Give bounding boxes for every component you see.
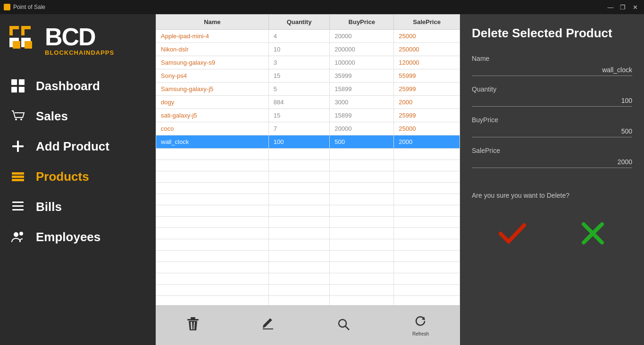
logo-blockchain: BLOCKCHAINDAPPS [45, 49, 114, 56]
cell-name: Samsung-galaxy-j5 [156, 83, 269, 96]
cell-quantity: 15 [268, 109, 330, 122]
refresh-label: Refresh [412, 331, 429, 337]
svg-rect-11 [19, 87, 25, 93]
cell-empty [156, 160, 269, 171]
table-row[interactable]: coco72000025000 [156, 122, 460, 135]
delete-button[interactable] [177, 313, 209, 338]
cell-empty [268, 239, 330, 251]
table-scroll[interactable]: Name Quantity BuyPrice SalePrice Apple-i… [156, 14, 460, 305]
sidebar-item-bills[interactable]: Bills [0, 192, 156, 222]
employees-icon [9, 228, 26, 245]
table-row-empty [156, 239, 460, 251]
cell-empty [330, 217, 394, 228]
cell-empty [330, 296, 394, 306]
cell-quantity: 4 [268, 30, 330, 43]
table-row[interactable]: Samsung-galaxy-s93100000120000 [156, 56, 460, 69]
sidebar-label-sales: Sales [36, 109, 68, 124]
table-row[interactable]: sati-galaxy-j5151589925999 [156, 109, 460, 122]
svg-point-13 [20, 118, 22, 120]
sidebar-item-dashboard[interactable]: Dashboard [0, 71, 156, 101]
sidebar-label-bills: Bills [36, 200, 62, 214]
cell-empty [330, 228, 394, 239]
cell-empty [394, 273, 460, 285]
cell-empty [330, 205, 394, 217]
minimize-button[interactable]: — [605, 2, 616, 12]
col-buy-price: BuyPrice [330, 15, 394, 30]
svg-rect-9 [19, 79, 25, 85]
svg-point-12 [15, 118, 17, 120]
table-row-empty [156, 205, 460, 217]
cell-empty [394, 262, 460, 273]
maximize-button[interactable]: ❐ [618, 2, 628, 12]
cell-empty [268, 273, 330, 285]
table-row[interactable]: wall_clock1005002000 [156, 135, 460, 149]
search-button[interactable] [327, 314, 360, 337]
cell-buy-price: 15899 [330, 109, 394, 122]
logo-area: BCD BLOCKCHAINDAPPS [0, 14, 156, 61]
cell-empty [156, 285, 269, 296]
content-area: Name Quantity BuyPrice SalePrice Apple-i… [156, 14, 644, 345]
edit-button[interactable] [252, 314, 284, 337]
table-row-empty [156, 149, 460, 160]
cell-empty [268, 160, 330, 171]
svg-point-23 [19, 232, 23, 236]
refresh-button[interactable]: Refresh [403, 311, 438, 340]
cell-quantity: 7 [268, 122, 330, 135]
table-row[interactable]: Samsung-galaxy-j551589925999 [156, 83, 460, 96]
svg-rect-24 [191, 317, 195, 319]
table-header-row: Name Quantity BuyPrice SalePrice [156, 15, 460, 30]
cell-quantity: 3 [268, 56, 330, 69]
field-buy-price: BuyPrice 500 [472, 116, 632, 137]
col-name: Name [156, 15, 269, 30]
cell-buy-price: 15899 [330, 83, 394, 96]
panel-title: Delete Selected Product [472, 26, 632, 41]
table-row[interactable]: dogy88430002000 [156, 96, 460, 109]
cell-sale-price: 2000 [394, 96, 460, 109]
cell-empty [394, 296, 460, 306]
cell-name: Samsung-galaxy-s9 [156, 56, 269, 69]
cell-empty [394, 251, 460, 262]
cell-empty [330, 262, 394, 273]
sidebar-item-sales[interactable]: Sales [0, 101, 156, 131]
app-title: Point of Sale [13, 4, 45, 10]
sidebar-item-add-product[interactable]: Add Product [0, 131, 156, 161]
table-row[interactable]: Apple-ipad-mini-442000025000 [156, 30, 460, 43]
confirm-yes-button[interactable] [489, 218, 536, 254]
cell-empty [156, 149, 269, 160]
svg-rect-19 [12, 202, 24, 203]
sidebar-item-products[interactable]: Products [0, 161, 156, 192]
table-toolbar: Refresh [156, 305, 460, 345]
svg-point-27 [339, 320, 346, 327]
close-button[interactable]: ✕ [630, 2, 640, 12]
sidebar-label-add-product: Add Product [36, 139, 109, 154]
right-panel: Delete Selected Product Name wall_clock … [460, 14, 644, 345]
svg-rect-5 [25, 29, 32, 37]
nav-items: Dashboard Sales [0, 71, 156, 340]
cell-sale-price: 25000 [394, 122, 460, 135]
logo-bcd: BCD [45, 25, 114, 49]
cell-sale-price: 25999 [394, 83, 460, 96]
sidebar-item-employees[interactable]: Employees [0, 222, 156, 252]
table-row-empty [156, 262, 460, 273]
cell-empty [268, 228, 330, 239]
cell-empty [156, 239, 269, 251]
svg-rect-8 [11, 79, 17, 85]
cell-empty [156, 194, 269, 205]
table-row[interactable]: Sony-ps4153599955999 [156, 69, 460, 83]
cell-empty [156, 205, 269, 217]
cell-empty [268, 171, 330, 183]
logo-text: BCD BLOCKCHAINDAPPS [45, 25, 114, 56]
cell-buy-price: 20000 [330, 30, 394, 43]
cell-empty [394, 228, 460, 239]
svg-rect-16 [12, 172, 24, 175]
cell-sale-price: 25000 [394, 30, 460, 43]
cell-name: Apple-ipad-mini-4 [156, 30, 269, 43]
table-row-empty [156, 296, 460, 306]
table-row[interactable]: Nikon-dslr10200000250000 [156, 43, 460, 56]
cell-buy-price: 3000 [330, 96, 394, 109]
col-sale-price: SalePrice [394, 15, 460, 30]
add-product-icon [9, 138, 26, 155]
edit-icon [261, 318, 275, 334]
cell-empty [394, 217, 460, 228]
confirm-no-button[interactable] [570, 218, 615, 254]
